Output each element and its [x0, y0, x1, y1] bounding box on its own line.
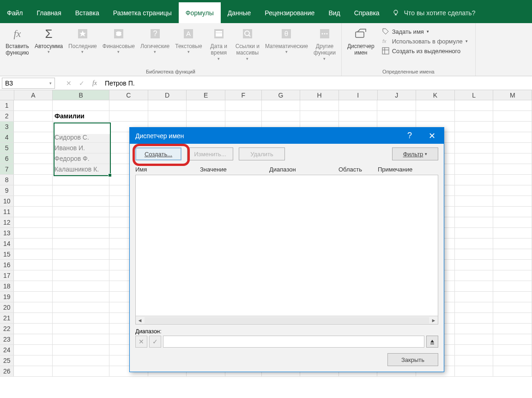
cell-B19[interactable] — [53, 292, 109, 302]
cell-G1[interactable] — [262, 100, 301, 110]
scroll-right-icon[interactable]: ► — [429, 318, 438, 323]
cell-A22[interactable] — [14, 324, 53, 334]
cell-M14[interactable] — [493, 239, 532, 249]
cell-M8[interactable] — [493, 175, 532, 185]
cell-M19[interactable] — [493, 292, 532, 302]
row-header-13[interactable]: 13 — [0, 228, 14, 238]
cell-L1[interactable] — [455, 100, 494, 110]
row-header-3[interactable]: 3 — [0, 122, 14, 132]
cell-A14[interactable] — [14, 239, 53, 249]
math-button[interactable]: θ Математические ▾ — [262, 25, 311, 55]
cell-C1[interactable] — [109, 100, 148, 110]
cell-A11[interactable] — [14, 207, 53, 217]
cell-B22[interactable] — [53, 324, 109, 334]
column-header-J[interactable]: J — [378, 90, 417, 100]
cell-I2[interactable] — [339, 111, 378, 121]
cell-M20[interactable] — [493, 302, 532, 312]
financial-button[interactable]: Финансовые ▾ — [100, 25, 138, 55]
cell-B11[interactable] — [53, 207, 109, 217]
cell-L23[interactable] — [455, 334, 494, 344]
cell-L19[interactable] — [455, 292, 494, 302]
cell-A8[interactable] — [14, 175, 53, 185]
cell-E1[interactable] — [187, 100, 225, 110]
cell-M25[interactable] — [493, 355, 532, 366]
cell-B10[interactable] — [53, 196, 109, 206]
cell-M23[interactable] — [493, 334, 532, 344]
cell-B24[interactable] — [53, 345, 109, 355]
cell-A12[interactable] — [14, 217, 53, 227]
scroll-track[interactable] — [145, 317, 429, 324]
column-header-G[interactable]: G — [262, 90, 301, 100]
row-header-11[interactable]: 11 — [0, 207, 14, 217]
cell-F2[interactable] — [225, 111, 262, 121]
column-header-I[interactable]: I — [339, 90, 378, 100]
column-header-E[interactable]: E — [187, 90, 225, 100]
column-header-D[interactable]: D — [148, 90, 187, 100]
cell-E2[interactable] — [187, 111, 225, 121]
row-header-19[interactable]: 19 — [0, 292, 14, 302]
fx-button[interactable]: fx — [88, 78, 101, 89]
cell-A3[interactable] — [14, 122, 53, 132]
cell-L8[interactable] — [455, 175, 494, 185]
row-header-21[interactable]: 21 — [0, 313, 14, 323]
cell-L13[interactable] — [455, 228, 494, 238]
column-header-F[interactable]: F — [225, 90, 262, 100]
col-header-value[interactable]: Значение — [200, 166, 269, 173]
cell-D1[interactable] — [148, 100, 187, 110]
cell-L11[interactable] — [455, 207, 494, 217]
column-header-C[interactable]: C — [109, 90, 148, 100]
row-header-1[interactable]: 1 — [0, 100, 14, 110]
cell-M2[interactable] — [493, 111, 532, 121]
cell-L21[interactable] — [455, 313, 494, 323]
row-header-4[interactable]: 4 — [0, 132, 14, 142]
tab-help[interactable]: Справка — [347, 2, 387, 23]
column-header-B[interactable]: B — [53, 90, 109, 100]
cell-F1[interactable] — [225, 100, 262, 110]
name-box[interactable]: B3 ▾ — [2, 78, 55, 89]
col-header-range[interactable]: Диапазон — [269, 166, 339, 173]
cell-B9[interactable] — [53, 185, 109, 196]
cell-L5[interactable] — [455, 143, 494, 153]
cell-L9[interactable] — [455, 185, 494, 196]
dialog-titlebar[interactable]: Диспетчер имен ? ✕ — [130, 128, 444, 144]
cell-K1[interactable] — [416, 100, 455, 110]
cell-L7[interactable] — [455, 164, 494, 174]
cell-B15[interactable] — [53, 249, 109, 259]
use-in-formula-button[interactable]: fx Использовать в формуле ▾ — [380, 37, 470, 46]
cell-L24[interactable] — [455, 345, 494, 355]
cell-L17[interactable] — [455, 270, 494, 281]
cell-M11[interactable] — [493, 207, 532, 217]
cell-L4[interactable] — [455, 132, 494, 142]
autosum-button[interactable]: Σ Автосумма ▾ — [32, 25, 66, 55]
lookup-button[interactable]: Ссылки и массивы ▾ — [233, 25, 262, 62]
cell-L14[interactable] — [455, 239, 494, 249]
range-input[interactable] — [163, 336, 424, 348]
cell-A7[interactable] — [14, 164, 53, 174]
cell-B20[interactable] — [53, 302, 109, 312]
cell-B6[interactable]: Федоров Ф. — [53, 153, 109, 164]
cell-M12[interactable] — [493, 217, 532, 227]
cell-L26[interactable] — [455, 366, 494, 376]
select-all-corner[interactable] — [0, 90, 14, 100]
cell-H2[interactable] — [300, 111, 339, 121]
cell-A6[interactable] — [14, 153, 53, 164]
cell-L15[interactable] — [455, 249, 494, 259]
cell-B5[interactable]: Иванов И. — [53, 143, 109, 153]
cell-A5[interactable] — [14, 143, 53, 153]
cell-M1[interactable] — [493, 100, 532, 110]
row-header-24[interactable]: 24 — [0, 345, 14, 355]
tab-view[interactable]: Вид — [321, 2, 347, 23]
cell-L2[interactable] — [455, 111, 494, 121]
scroll-left-icon[interactable]: ◄ — [136, 318, 144, 323]
cell-M16[interactable] — [493, 260, 532, 270]
create-from-selection-button[interactable]: Создать из выделенного — [380, 46, 470, 55]
range-cancel-button[interactable]: ✕ — [135, 336, 147, 348]
col-header-scope[interactable]: Область — [339, 166, 378, 173]
cell-A26[interactable] — [14, 366, 53, 376]
row-header-22[interactable]: 22 — [0, 324, 14, 334]
cell-M17[interactable] — [493, 270, 532, 281]
more-functions-button[interactable]: Другие функции ▾ — [311, 25, 339, 62]
cell-B23[interactable] — [53, 334, 109, 344]
cell-A4[interactable] — [14, 132, 53, 142]
cell-L18[interactable] — [455, 281, 494, 291]
